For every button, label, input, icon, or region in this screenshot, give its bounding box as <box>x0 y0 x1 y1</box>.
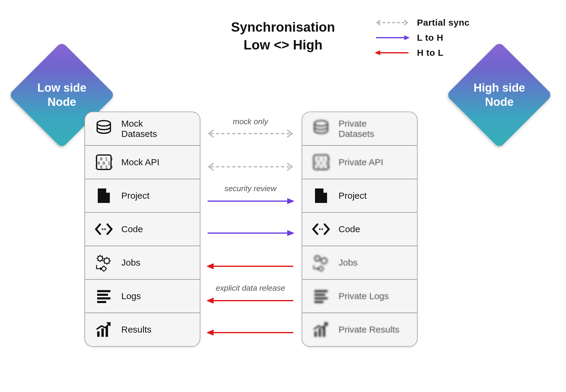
high-row-datasets: Private Datasets <box>302 112 417 146</box>
arrow-results-htol-icon <box>205 324 296 341</box>
legend-htol-arrow-icon <box>374 50 410 56</box>
low-datasets-label: Mock Datasets <box>121 119 157 139</box>
low-logs-label: Logs <box>121 291 141 302</box>
high-row-jobs: Jobs <box>302 246 417 280</box>
high-jobs-label: Jobs <box>339 258 358 268</box>
legend-partial-arrow-icon <box>374 20 410 26</box>
logs-icon <box>311 286 331 306</box>
logs-icon <box>94 286 113 306</box>
svg-marker-39 <box>404 35 410 40</box>
caption-explicit-release: explicit data release <box>211 283 290 293</box>
svg-marker-49 <box>206 263 214 269</box>
arrow-logs-htol-icon <box>205 292 296 309</box>
matrix-icon <box>94 153 113 172</box>
legend-partial: Partial sync <box>374 15 469 30</box>
low-row-results: Results <box>85 313 200 346</box>
low-api-label: Mock API <box>121 157 160 168</box>
diagram-title: Synchronisation Low <> High <box>231 18 335 54</box>
legend-ltoh-arrow-icon <box>374 35 410 41</box>
document-icon <box>94 186 113 205</box>
diagram-stage: Synchronisation Low <> High Partial sync <box>0 0 566 392</box>
chart-icon <box>311 320 331 339</box>
legend-ltoh-label: L to H <box>417 33 443 43</box>
database-icon <box>94 119 113 138</box>
matrix-icon <box>311 153 331 172</box>
high-row-results: Private Results <box>302 313 417 346</box>
legend-partial-label: Partial sync <box>417 17 469 28</box>
high-side-node-badge: High side Node <box>446 42 553 148</box>
arrow-code-ltoh-icon <box>205 225 296 241</box>
low-row-jobs: Jobs <box>85 246 200 280</box>
high-logs-label: Private Logs <box>339 291 389 302</box>
high-row-code: Code <box>302 213 417 246</box>
low-project-label: Project <box>121 191 149 201</box>
low-row-project: Project <box>85 179 200 213</box>
legend-ltoh: L to H <box>374 30 469 45</box>
low-row-api: Mock API <box>85 146 200 179</box>
chart-icon <box>94 320 113 339</box>
code-icon <box>311 220 331 239</box>
low-jobs-label: Jobs <box>121 258 140 268</box>
arrow-api-partial-icon <box>205 159 296 175</box>
title-line-1: Synchronisation <box>231 18 335 36</box>
high-row-api: Private API <box>302 146 417 179</box>
low-row-code: Code <box>85 213 200 246</box>
high-row-logs: Private Logs <box>302 280 417 313</box>
code-icon <box>94 220 113 239</box>
high-code-label: Code <box>339 224 360 235</box>
high-api-label: Private API <box>339 157 383 168</box>
database-icon <box>311 119 331 138</box>
document-icon <box>311 186 331 205</box>
svg-marker-45 <box>287 198 294 204</box>
svg-marker-41 <box>375 50 380 55</box>
high-side-panel: Private Datasets Private API Project Cod… <box>302 112 418 347</box>
legend-htol: H to L <box>374 45 469 60</box>
high-datasets-label: Private Datasets <box>339 119 374 139</box>
svg-marker-47 <box>287 230 294 236</box>
gears-icon <box>311 253 331 272</box>
low-code-label: Code <box>121 224 143 235</box>
high-side-node-label: High side Node <box>462 57 537 133</box>
high-row-project: Project <box>302 179 417 213</box>
low-row-logs: Logs <box>85 280 200 313</box>
legend: Partial sync L to H H to L <box>374 15 469 60</box>
arrow-jobs-htol-icon <box>205 258 296 274</box>
arrow-project-ltoh-icon <box>205 193 296 209</box>
low-side-panel: Mock Datasets Mock API Project Code Jobs… <box>84 112 200 347</box>
svg-marker-51 <box>206 298 214 304</box>
low-row-datasets: Mock Datasets <box>85 112 200 146</box>
high-results-label: Private Results <box>339 324 399 335</box>
legend-htol-label: H to L <box>417 48 444 58</box>
arrow-datasets-partial-icon <box>205 125 296 142</box>
high-project-label: Project <box>339 191 367 201</box>
gears-icon <box>94 253 113 272</box>
caption-mock-only: mock only <box>211 117 290 126</box>
caption-security-review: security review <box>211 184 290 193</box>
title-line-2: Low <> High <box>231 36 335 54</box>
low-results-label: Results <box>121 324 151 335</box>
svg-marker-53 <box>206 330 214 336</box>
